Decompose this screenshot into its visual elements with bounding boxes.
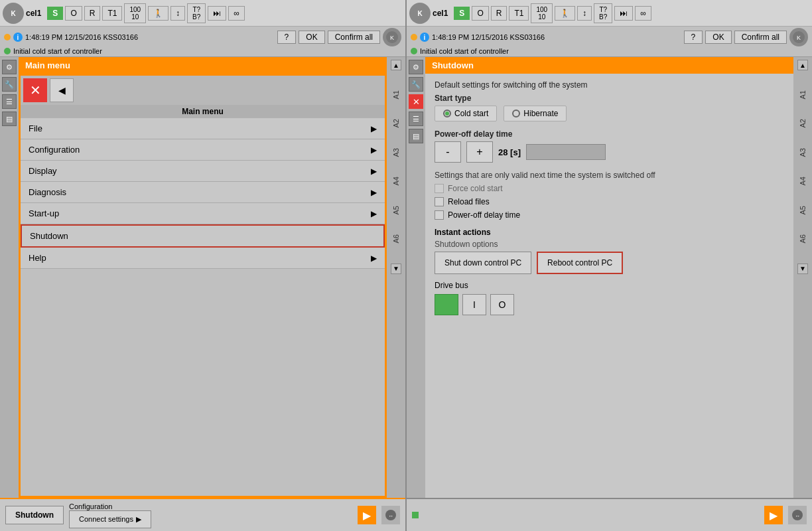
right-panel: K cel1 S O R T1 100 10 🚶 ↕ T?B? ⏭ ∞ i 1:… <box>407 0 812 531</box>
btn-confirm-left[interactable]: Confirm all <box>328 31 380 44</box>
menu-item-display[interactable]: Display ▶ <box>21 161 385 182</box>
btn-o-right[interactable]: O <box>472 6 488 21</box>
btn-inf-left[interactable]: ∞ <box>228 6 245 21</box>
tools-icon-right[interactable]: 🔧 <box>409 77 423 92</box>
btn-speed-right[interactable]: 100 10 <box>531 3 553 23</box>
power-off-delay-checkbox[interactable] <box>435 210 444 220</box>
drive-bus-green-indicator <box>435 294 458 315</box>
radio-cold-start[interactable]: Cold start <box>435 106 497 121</box>
default-settings-label: Default settings for switching off the s… <box>435 80 784 90</box>
list-icon-right[interactable]: ☰ <box>409 112 423 126</box>
force-cold-start-checkbox[interactable] <box>435 184 444 193</box>
left-bottom-bar: Shutdown Configuration Connect settings … <box>0 498 405 531</box>
btn-confirm-right[interactable]: Confirm all <box>734 31 787 44</box>
btn-question-right[interactable]: ? <box>684 31 703 44</box>
instant-actions-label: Instant actions <box>435 228 784 237</box>
tools-icon-left[interactable]: 🔧 <box>2 77 17 92</box>
btn-skip-right[interactable]: ⏭ <box>614 6 633 21</box>
drive-bus-section: Drive bus I O <box>435 281 784 315</box>
power-off-delay-label: Power-off delay time <box>448 210 520 220</box>
shutdown-control-pc-btn[interactable]: Shut down control PC <box>435 252 531 274</box>
settings-icon-left[interactable]: ⚙ <box>2 60 17 74</box>
delay-value: 28 [s] <box>498 147 521 157</box>
btn-walk-left[interactable]: 🚶 <box>148 6 169 21</box>
instant-actions-section: Instant actions Shutdown options Shut do… <box>435 228 784 274</box>
shutdown-bottom-btn[interactable]: Shutdown <box>5 506 64 524</box>
scroll-up-right[interactable]: ▲ <box>797 60 808 70</box>
list-icon-left[interactable]: ☰ <box>2 94 17 109</box>
radio-hibernate[interactable]: Hibernate <box>504 106 567 121</box>
reload-files-checkbox[interactable] <box>435 197 444 206</box>
info-icon-right: i <box>420 33 429 42</box>
btn-arrows-left[interactable]: ↕ <box>170 6 185 21</box>
menu-item-file-label: File <box>29 123 42 133</box>
next-btn-left[interactable]: ▶ <box>358 506 376 524</box>
btn-s-left[interactable]: S <box>47 7 63 20</box>
svg-text:↔: ↔ <box>388 513 393 519</box>
scroll-up-left[interactable]: ▲ <box>391 60 401 70</box>
label-a2-right: A2 <box>799 119 807 127</box>
menu-item-configuration[interactable]: Configuration ▶ <box>21 139 385 161</box>
close-btn-left[interactable]: ✕ <box>23 78 47 102</box>
delay-minus-btn[interactable]: - <box>435 141 461 163</box>
layers-icon-left[interactable]: ▤ <box>2 112 17 126</box>
scroll-down-right[interactable]: ▼ <box>797 264 808 274</box>
menu-item-configuration-arrow: ▶ <box>371 145 377 155</box>
menu-item-startup[interactable]: Start-up ▶ <box>21 203 385 224</box>
btn-ok-right[interactable]: OK <box>705 31 731 44</box>
menu-nav: ✕ ◀ <box>21 76 385 105</box>
btn-ok-left[interactable]: OK <box>299 31 324 44</box>
menu-item-file[interactable]: File ▶ <box>21 118 385 139</box>
reboot-control-pc-btn[interactable]: Reboot control PC <box>537 252 623 274</box>
back-btn-left[interactable]: ◀ <box>50 78 74 102</box>
left-side-icons: ⚙ 🔧 ☰ ▤ <box>0 57 19 498</box>
status-dot-yellow <box>4 34 11 40</box>
menu-item-diagnosis[interactable]: Diagnosis ▶ <box>21 182 385 203</box>
reload-files-item: Reload files <box>435 197 784 206</box>
scroll-down-left[interactable]: ▼ <box>391 264 401 274</box>
close-btn-right[interactable]: ✕ <box>409 94 423 109</box>
label-a4-left: A4 <box>392 177 400 185</box>
shutdown-options-label: Shutdown options <box>435 240 784 249</box>
next-btn-right[interactable]: ▶ <box>764 506 783 524</box>
right-status-row-1: i 1:48:19 PM 12/15/2016 KSS03166 ? OK Co… <box>411 28 808 46</box>
right-bottom-bar: ▶ ↔ <box>407 498 812 531</box>
radio-cold-label: Cold start <box>454 109 488 118</box>
menu-item-display-label: Display <box>29 166 57 176</box>
btn-question-left[interactable]: ? <box>277 31 297 44</box>
btn-r-right[interactable]: R <box>491 6 508 21</box>
status-indicator-bottom <box>412 512 419 518</box>
btn-arrows-right[interactable]: ↕ <box>577 6 592 21</box>
right-topbar: K cel1 S O R T1 100 10 🚶 ↕ T?B? ⏭ ∞ <box>407 0 812 27</box>
menu-item-diagnosis-arrow: ▶ <box>371 188 377 197</box>
radio-hibernate-dot <box>512 110 520 117</box>
label-a1-left: A1 <box>392 90 400 99</box>
btn-r-left[interactable]: R <box>84 6 101 21</box>
layers-icon-right[interactable]: ▤ <box>409 129 423 143</box>
label-a1-right: A1 <box>799 90 807 99</box>
settings-icon-right[interactable]: ⚙ <box>409 60 423 74</box>
label-a6-left: A6 <box>392 234 400 243</box>
btn-speed-left[interactable]: 100 10 <box>124 3 146 23</box>
btn-skip-left[interactable]: ⏭ <box>208 6 226 21</box>
menu-item-shutdown[interactable]: Shutdown <box>21 224 385 248</box>
btn-inf-right[interactable]: ∞ <box>635 6 651 21</box>
status-msg-left: Initial cold start of controller <box>13 47 102 55</box>
bottom-right-icon-right: ↔ <box>788 506 807 524</box>
btn-tb-right[interactable]: T?B? <box>594 3 612 23</box>
connect-settings-btn[interactable]: Connect settings ▶ <box>69 510 151 528</box>
btn-tb-left[interactable]: T?B? <box>187 3 206 23</box>
label-a5-left: A5 <box>392 206 400 214</box>
menu-item-help[interactable]: Help ▶ <box>21 248 385 269</box>
btn-s-right[interactable]: S <box>454 7 470 20</box>
radio-hibernate-label: Hibernate <box>523 109 558 118</box>
power-off-delay-item: Power-off delay time <box>435 210 784 220</box>
drive-bus-controls: I O <box>435 294 784 315</box>
btn-o-left[interactable]: O <box>65 6 82 21</box>
drive-bus-off-btn[interactable]: O <box>490 294 514 315</box>
delay-plus-btn[interactable]: + <box>466 141 493 163</box>
btn-t1-right[interactable]: T1 <box>509 6 529 21</box>
btn-walk-right[interactable]: 🚶 <box>555 6 575 21</box>
btn-t1-left[interactable]: T1 <box>102 6 122 21</box>
drive-bus-on-btn[interactable]: I <box>462 294 486 315</box>
